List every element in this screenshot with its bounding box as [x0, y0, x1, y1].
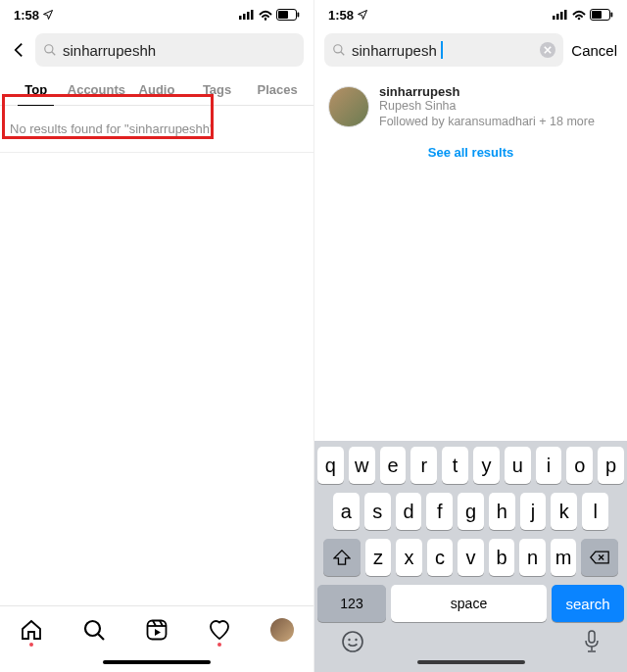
backspace-icon [590, 551, 609, 564]
key-t[interactable]: t [442, 447, 468, 484]
result-username: sinharrupesh [379, 84, 595, 99]
svg-line-23 [341, 52, 345, 56]
keyboard: q w e r t y u i o p a s d f g h j k l z [314, 441, 627, 672]
key-w[interactable]: w [349, 447, 375, 484]
key-y[interactable]: y [473, 447, 500, 484]
key-u[interactable]: u [505, 447, 531, 484]
nav-profile[interactable] [270, 618, 294, 642]
home-icon [20, 618, 43, 642]
dictation-button[interactable] [583, 630, 601, 659]
key-a[interactable]: a [333, 493, 360, 530]
tab-tags[interactable]: Tags [187, 74, 248, 105]
bottom-nav [0, 605, 314, 652]
key-h[interactable]: h [489, 493, 515, 530]
svg-line-9 [52, 52, 56, 56]
status-bar: 1:58 [314, 0, 627, 29]
see-all-results-link[interactable]: See all results [314, 133, 627, 168]
svg-rect-15 [556, 14, 559, 20]
svg-rect-1 [243, 14, 246, 20]
key-n[interactable]: n [519, 539, 546, 576]
tab-top[interactable]: Top [6, 74, 67, 105]
svg-rect-17 [564, 10, 567, 20]
key-e[interactable]: e [380, 447, 407, 484]
key-z[interactable]: z [365, 539, 392, 576]
svg-rect-14 [553, 16, 555, 20]
key-s[interactable]: s [364, 493, 391, 530]
svg-point-18 [578, 17, 581, 20]
no-results-section: No results found for "sinharrupeshh" [0, 106, 314, 153]
svg-point-22 [334, 45, 342, 53]
key-c[interactable]: c [427, 539, 454, 576]
cellular-icon [553, 10, 568, 20]
nav-reels[interactable] [145, 618, 169, 642]
search-result-row[interactable]: sinharrupesh Rupesh Sinha Followed by ka… [314, 74, 627, 133]
search-box[interactable]: sinharrupesh [324, 33, 563, 67]
chevron-left-icon [12, 42, 25, 58]
key-search[interactable]: search [552, 585, 624, 622]
key-f[interactable]: f [426, 493, 453, 530]
keyboard-row-1: q w e r t y u i o p [317, 447, 624, 484]
shift-icon [333, 550, 351, 565]
key-shift[interactable] [323, 539, 361, 576]
search-icon [332, 43, 346, 57]
svg-point-4 [265, 17, 267, 20]
key-o[interactable]: o [566, 447, 593, 484]
nav-search[interactable] [82, 618, 106, 642]
tab-accounts[interactable]: Accounts [67, 74, 127, 105]
svg-rect-2 [247, 12, 250, 20]
keyboard-row-3: z x c v b n m [317, 539, 624, 576]
svg-rect-0 [239, 16, 242, 20]
key-p[interactable]: p [598, 447, 624, 484]
key-d[interactable]: d [396, 493, 422, 530]
svg-point-24 [343, 632, 362, 651]
key-l[interactable]: l [582, 493, 608, 530]
key-g[interactable]: g [458, 493, 484, 530]
search-header [0, 29, 314, 74]
key-k[interactable]: k [551, 493, 577, 530]
status-bar: 1:58 [0, 0, 314, 29]
key-r[interactable]: r [410, 447, 437, 484]
key-space[interactable]: space [391, 585, 547, 622]
heart-icon [208, 618, 231, 642]
svg-point-25 [348, 639, 350, 641]
search-box[interactable] [35, 33, 304, 67]
tab-audio[interactable]: Audio [126, 74, 187, 105]
tab-places[interactable]: Places [247, 74, 308, 105]
mic-icon [583, 630, 601, 653]
cancel-button[interactable]: Cancel [571, 42, 617, 59]
key-m[interactable]: m [551, 539, 577, 576]
back-button[interactable] [10, 41, 27, 59]
key-q[interactable]: q [317, 447, 344, 484]
emoji-icon [341, 630, 364, 653]
nav-home[interactable] [20, 618, 43, 642]
cellular-icon [239, 10, 255, 20]
svg-rect-12 [148, 620, 167, 639]
home-indicator [0, 652, 314, 672]
nav-activity[interactable] [208, 618, 231, 642]
wifi-icon [571, 10, 587, 21]
phone-left: 1:58 Top Accounts Audio Tags Places No r… [0, 0, 314, 672]
result-meta: Followed by karansumadhari + 18 more [379, 115, 595, 130]
clear-input-button[interactable] [540, 42, 555, 58]
text-cursor [441, 41, 443, 59]
search-header: sinharrupesh Cancel [314, 29, 627, 74]
key-numeric[interactable]: 123 [317, 585, 386, 622]
result-fullname: Rupesh Sinha [379, 99, 595, 115]
key-i[interactable]: i [536, 447, 562, 484]
avatar-icon [270, 618, 294, 642]
search-input[interactable] [63, 42, 296, 59]
emoji-button[interactable] [341, 630, 364, 659]
battery-icon [590, 9, 613, 21]
key-x[interactable]: x [396, 539, 422, 576]
home-indicator [317, 660, 624, 668]
svg-rect-6 [278, 11, 288, 19]
key-b[interactable]: b [489, 539, 515, 576]
location-arrow-icon [357, 9, 368, 21]
key-v[interactable]: v [458, 539, 484, 576]
key-backspace[interactable] [581, 539, 618, 576]
svg-rect-21 [611, 13, 613, 18]
search-input[interactable]: sinharrupesh [352, 42, 437, 59]
key-j[interactable]: j [520, 493, 547, 530]
svg-rect-27 [589, 631, 595, 643]
location-arrow-icon [42, 9, 54, 21]
